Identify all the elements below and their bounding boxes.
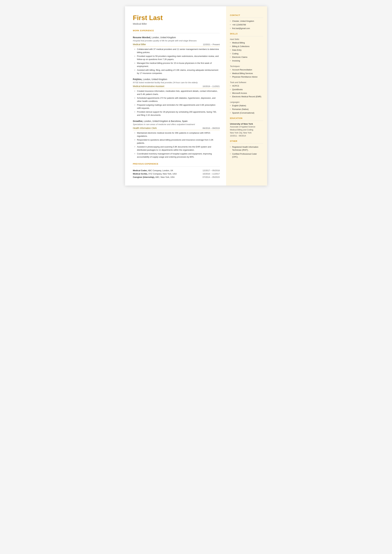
prev-job-left-1: Medical Coder, ABC Company, London, UK	[133, 169, 203, 172]
language-3: Spanish (Conversational)	[230, 112, 263, 114]
bullet-1-4: Assisted with billing, filing, and audit…	[134, 69, 220, 75]
languages-list: English (Native) Romanian (Native) Spani…	[230, 104, 263, 114]
job-block-2: Polyhire, London, United Kingdom NYSE-li…	[133, 78, 220, 117]
hard-skill-6: Invoicing	[230, 59, 263, 62]
job-header-1: Medical Biller 12/2021 – Present	[133, 43, 220, 46]
work-experience-heading: WORK EXPERIENCE	[133, 29, 220, 32]
education-heading: EDUCATION	[230, 117, 263, 119]
tools-label: Tools and Software:	[230, 81, 263, 84]
job-header-2: Medical Administrative Assistant 10/2019…	[133, 85, 220, 88]
technique-1: Account Reconciliation	[230, 68, 263, 71]
left-column: First Last Medical Biller WORK EXPERIENC…	[125, 6, 226, 186]
tool-2: QuickBooks	[230, 88, 263, 91]
resume-container: First Last Medical Biller WORK EXPERIENC…	[125, 6, 267, 186]
language-1: English (Native)	[230, 104, 263, 107]
hard-skills-list: Medical Billing Billing & Collections Da…	[230, 41, 263, 62]
hard-skill-5: Electronic Claims	[230, 56, 263, 59]
hard-skill-1: Medical Billing	[230, 41, 263, 44]
employer-header-2: Polyhire, London, United Kingdom	[133, 78, 220, 81]
edu-degree-1: Associate of Applied Science	[230, 125, 263, 128]
contact-item-3: first.last@gmail.com	[230, 27, 263, 30]
edu-school-1: University of New York	[230, 123, 263, 125]
hard-skills-label: Hard Skills:	[230, 38, 263, 40]
employer-name-3: Growthsi,	[133, 120, 143, 122]
bullet-2-2: Scheduled appointments 272 for patients …	[134, 97, 220, 103]
tools-list: HCPCS QuickBooks Microsoft Access Electr…	[230, 84, 263, 98]
job-bullets-1: Collaborated with 37 medical providers a…	[133, 48, 220, 75]
employer-header-3: Growthsi, London, United Kingdom & Barce…	[133, 120, 220, 123]
prev-job-bold-3: Caregiver (Internship),	[133, 176, 155, 178]
employer-location-2: London, United Kingdom	[143, 78, 167, 81]
contact-list: Chester, United Kingdom +44 123456789 fi…	[230, 20, 263, 30]
right-column: CONTACT Chester, United Kingdom +44 1234…	[226, 6, 267, 186]
other-list: Registered Health Information Technician…	[230, 146, 263, 158]
job-dates-2: 10/2019 – 11/2021	[203, 85, 220, 87]
bullet-1-3: Managed the medical billing process for …	[134, 62, 220, 68]
tool-3: Microsoft Access	[230, 92, 263, 95]
bullet-3-2: Responded to questions about billing pro…	[134, 138, 220, 145]
bullet-1-2: Provided support to 59 providers regardi…	[134, 55, 220, 61]
other-heading: OTHER	[230, 140, 263, 142]
hard-skill-4: Coding	[230, 52, 263, 55]
prev-job-bold-1: Medical Coder,	[133, 169, 147, 172]
prev-job-rest-2: XYZ Company, New York, USA	[148, 173, 177, 175]
bullet-2-3: Prepared outgoing mailings and reminders…	[134, 104, 220, 110]
previous-experience-heading: PREVIOUS EXPERIENCE	[133, 163, 220, 165]
bullet-2-4: Provided clerical support for 29 physici…	[134, 110, 220, 117]
prev-job-dates-3: 07/2014 – 05/2015	[203, 176, 220, 178]
candidate-title: Medical Biller	[133, 22, 220, 25]
employer-name-1: Resume Worded,	[133, 36, 151, 39]
prev-job-bold-2: Medical Scribe,	[133, 173, 148, 175]
other-item-2: Certified Professional Coder (CPC).	[230, 153, 263, 159]
education-block-1: University of New York Associate of Appl…	[230, 123, 263, 137]
job-title-2: Medical Administrative Assistant	[133, 85, 164, 87]
prev-job-dates-2: 10/2016 – 11/2017	[203, 173, 220, 175]
techniques-label: Techniques:	[230, 65, 263, 67]
job-bullets-2: Created insurance information, medicatio…	[133, 90, 220, 117]
prev-job-row-1: Medical Coder, ABC Company, London, UK 1…	[133, 169, 220, 172]
skills-heading: SKILLS	[230, 33, 263, 35]
hard-skill-2: Billing & Collections	[230, 45, 263, 48]
tool-1: HCPCS	[230, 84, 263, 87]
prev-job-dates-1: 12/2017 – 05/2018	[203, 169, 220, 172]
employer-header-1: Resume Worded, London, United Kingdom	[133, 36, 220, 39]
edu-dates-1: 10/2011 - 06/2014	[230, 134, 263, 137]
prev-job-rest-1: ABC Company, London, UK	[147, 169, 173, 172]
edu-location-1: New York City, New York	[230, 131, 263, 134]
employer-location-3: London, United Kingdom & Barcelona, Spai…	[144, 120, 188, 122]
job-dates-3: 06/2018 – 09/2019	[203, 127, 220, 129]
bullet-3-4: Coordinated inventory management of hosp…	[134, 152, 220, 158]
prev-job-row-2: Medical Scribe, XYZ Company, New York, U…	[133, 173, 220, 175]
technique-2: Medical Billing Services	[230, 72, 263, 75]
contact-item-2: +44 123456789	[230, 23, 263, 26]
prev-job-left-3: Caregiver (Internship), ABC, New York, U…	[133, 176, 203, 178]
employer-name-2: Polyhire,	[133, 78, 142, 81]
language-2: Romanian (Native)	[230, 108, 263, 111]
job-title-3: Health Information Clerk	[133, 127, 157, 129]
job-header-3: Health Information Clerk 06/2018 – 09/20…	[133, 127, 220, 130]
hard-skill-3: Data Entry	[230, 49, 263, 52]
contact-divider	[230, 18, 263, 18]
prev-job-row-3: Caregiver (Internship), ABC, New York, U…	[133, 176, 220, 178]
previous-experience-divider	[133, 166, 220, 167]
prev-job-rest-3: ABC, New York, USA	[155, 176, 175, 178]
job-block-3: Growthsi, London, United Kingdom & Barce…	[133, 120, 220, 158]
prev-job-left-2: Medical Scribe, XYZ Company, New York, U…	[133, 173, 203, 175]
bullet-1-1: Collaborated with 37 medical providers a…	[134, 48, 220, 54]
employer-desc-3: Specializes in rare areas of medicine an…	[133, 123, 220, 126]
bullet-3-1: Maintained electronic medical records fo…	[134, 131, 220, 138]
employer-location-1: London, United Kingdom	[152, 36, 176, 39]
contact-heading: CONTACT	[230, 14, 263, 16]
tool-4: Electronic Medical Record (EMR)	[230, 95, 263, 98]
job-dates-1: 12/2021 – Present	[203, 43, 220, 46]
job-bullets-3: Maintained electronic medical records fo…	[133, 131, 220, 158]
techniques-list: Account Reconciliation Medical Billing S…	[230, 68, 263, 78]
employer-desc-2: NYSE-listed residential facility that pr…	[133, 81, 220, 84]
contact-item-1: Chester, United Kingdom	[230, 20, 263, 23]
candidate-name: First Last	[133, 14, 220, 21]
employer-desc-1: Hospital that provides quality of life f…	[133, 40, 220, 42]
job-block-1: Resume Worded, London, United Kingdom Ho…	[133, 36, 220, 75]
job-title-1: Medical Biller	[133, 43, 146, 46]
languages-label: Languages:	[230, 101, 263, 103]
technique-3: Physician Remittance Advice	[230, 76, 263, 78]
